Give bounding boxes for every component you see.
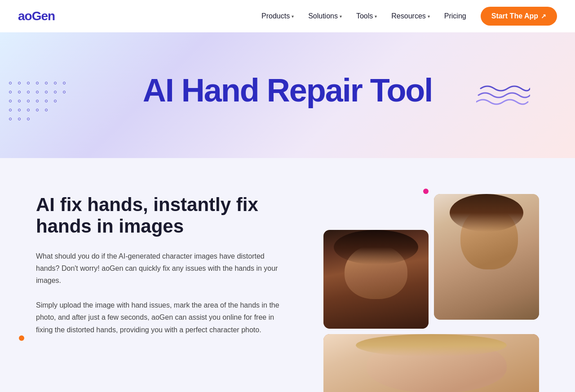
chevron-down-icon: ▾ xyxy=(375,14,377,19)
nav-tools[interactable]: Tools ▾ xyxy=(356,12,377,20)
chevron-down-icon: ▾ xyxy=(428,14,430,19)
dot xyxy=(36,82,39,84)
dot xyxy=(63,91,66,93)
chevron-down-icon: ▾ xyxy=(340,14,342,19)
dot xyxy=(63,82,66,84)
nav: Products ▾ Solutions ▾ Tools ▾ Resources… xyxy=(261,7,557,26)
hero-title: AI Hand Repair Tool xyxy=(143,73,433,108)
accent-dot-pink xyxy=(423,189,429,194)
nav-solutions[interactable]: Solutions ▾ xyxy=(308,12,342,20)
dot xyxy=(27,91,30,93)
photo-woman-blonde xyxy=(323,334,539,392)
hero-section: AI Hand Repair Tool xyxy=(0,32,575,158)
dot xyxy=(45,91,48,93)
photo-woman-brunette xyxy=(434,194,539,320)
dot xyxy=(27,118,30,120)
chevron-down-icon: ▾ xyxy=(292,14,294,19)
photo-woman-dark-hair xyxy=(323,230,429,329)
dot xyxy=(9,118,12,120)
dot xyxy=(27,109,30,111)
start-app-button[interactable]: Start The App ↗ xyxy=(481,7,557,26)
dot xyxy=(27,82,30,84)
header: aoGen Products ▾ Solutions ▾ Tools ▾ Res… xyxy=(0,0,575,32)
dot xyxy=(18,82,21,84)
dot xyxy=(9,82,12,84)
dot xyxy=(9,91,12,93)
dot xyxy=(45,82,48,84)
nav-products[interactable]: Products ▾ xyxy=(261,12,294,20)
dot-grid-decoration xyxy=(9,82,66,127)
content-images xyxy=(323,194,539,392)
external-link-icon: ↗ xyxy=(541,13,546,20)
accent-dot-orange xyxy=(19,335,24,341)
dot xyxy=(54,100,57,102)
dot xyxy=(36,100,39,102)
content-body-1: What should you do if the AI-generated c… xyxy=(36,250,288,287)
dot xyxy=(9,100,12,102)
images-grid xyxy=(323,194,539,392)
dot xyxy=(18,100,21,102)
content-section: AI fix hands, instantly fix hands in ima… xyxy=(0,158,575,392)
dot xyxy=(18,118,21,120)
dot xyxy=(18,91,21,93)
dot xyxy=(45,109,48,111)
nav-resources[interactable]: Resources ▾ xyxy=(391,12,429,20)
hand-repair-image-1 xyxy=(323,230,429,329)
nav-pricing[interactable]: Pricing xyxy=(444,12,466,20)
wave-decoration xyxy=(476,82,530,110)
dot xyxy=(45,100,48,102)
dot xyxy=(36,109,39,111)
dot xyxy=(54,82,57,84)
dot xyxy=(36,91,39,93)
content-body-2: Simply upload the image with hand issues… xyxy=(36,299,288,336)
dot xyxy=(27,100,30,102)
content-text: AI fix hands, instantly fix hands in ima… xyxy=(36,194,288,392)
dot xyxy=(9,109,12,111)
content-heading: AI fix hands, instantly fix hands in ima… xyxy=(36,194,288,238)
dot xyxy=(54,91,57,93)
hand-repair-image-2 xyxy=(434,194,539,320)
hand-repair-image-3 xyxy=(323,334,539,392)
dot xyxy=(18,109,21,111)
logo[interactable]: aoGen xyxy=(18,9,55,23)
